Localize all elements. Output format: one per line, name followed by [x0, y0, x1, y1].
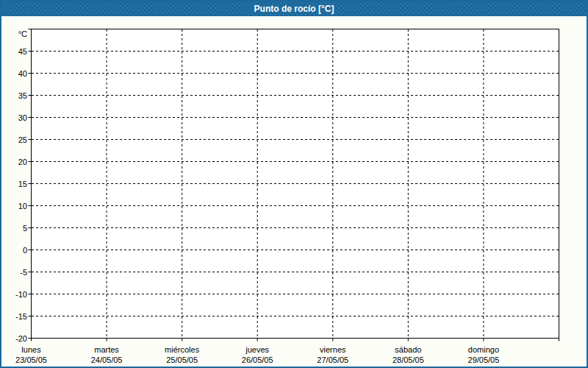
- y-tick-label: 30: [0, 113, 27, 123]
- y-tick-label: -5: [0, 267, 27, 277]
- day-date: 29/05/05: [468, 355, 500, 365]
- x-day-label: sábado28/05/05: [392, 344, 424, 365]
- y-tick-label: 0: [0, 245, 27, 255]
- x-day-label: lunes23/05/05: [15, 344, 47, 365]
- day-date: 24/05/05: [91, 355, 123, 365]
- y-tick-label: 10: [0, 201, 27, 211]
- chart-background: [1, 16, 587, 367]
- day-name: sábado: [392, 344, 424, 355]
- day-name: miércoles: [165, 344, 199, 355]
- y-tick-label: 35: [0, 91, 27, 101]
- x-day-label: miércoles25/05/05: [165, 344, 199, 365]
- y-tick-label: 20: [0, 157, 27, 167]
- day-date: 23/05/05: [15, 355, 47, 365]
- x-day-label: domingo29/05/05: [468, 344, 500, 365]
- y-tick-label: -20: [0, 333, 27, 344]
- y-tick-label: -15: [0, 311, 27, 322]
- day-name: martes: [91, 344, 123, 355]
- y-axis-unit-label: °C: [0, 29, 27, 39]
- y-tick-label: 5: [0, 223, 27, 233]
- y-tick-label: -10: [0, 289, 27, 300]
- y-tick-label: 45: [0, 46, 27, 57]
- day-date: 26/05/05: [242, 355, 273, 365]
- day-date: 28/05/05: [392, 355, 424, 365]
- x-day-label: jueves26/05/05: [242, 344, 273, 365]
- x-day-label: martes24/05/05: [91, 344, 123, 365]
- y-tick-label: 40: [0, 68, 27, 79]
- y-tick-label: 25: [0, 135, 27, 145]
- day-name: viernes: [317, 344, 348, 355]
- day-name: domingo: [468, 344, 500, 355]
- title-bar: Punto de rocío [°C]: [1, 1, 587, 16]
- chart-title: Punto de rocío [°C]: [254, 4, 334, 14]
- chart-window: Punto de rocío [°C] °C454035302520151050…: [0, 0, 588, 368]
- y-tick-label: 15: [0, 179, 27, 189]
- day-date: 25/05/05: [165, 355, 199, 365]
- day-date: 27/05/05: [317, 355, 348, 365]
- x-day-label: viernes27/05/05: [317, 344, 348, 365]
- day-name: lunes: [15, 344, 47, 355]
- day-name: jueves: [242, 344, 273, 355]
